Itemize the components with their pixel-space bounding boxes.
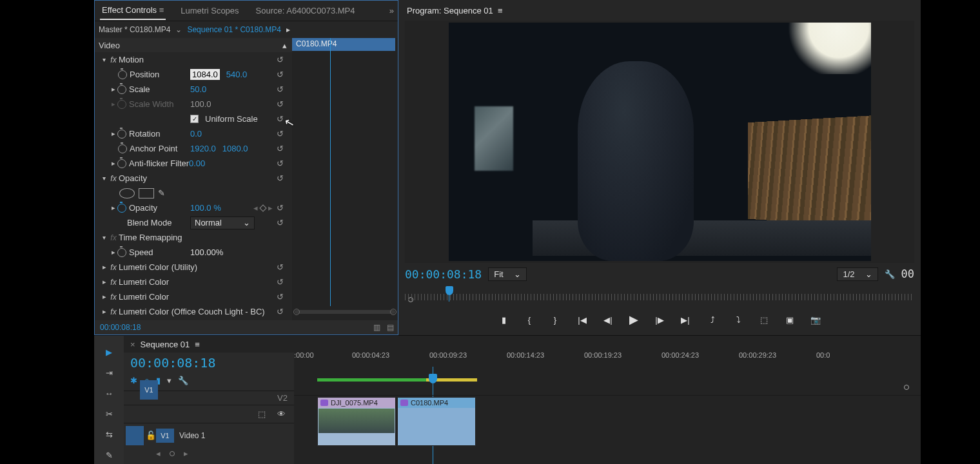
effect-lumetri-1[interactable]: ▸ fx Lumetri Color ↺ (95, 275, 292, 289)
twisty-icon[interactable]: ▾ (100, 56, 108, 63)
mark-out-button[interactable]: } (548, 313, 562, 327)
panel-menu-icon[interactable]: ≡ (159, 5, 164, 15)
snap-icon[interactable]: ✱ (130, 376, 137, 385)
stopwatch-icon[interactable] (117, 159, 126, 168)
selection-tool-icon[interactable]: ▶ (101, 345, 117, 359)
twisty-icon[interactable]: ▾ (100, 175, 108, 182)
reset-icon[interactable]: ↺ (277, 159, 288, 169)
footer-timecode[interactable]: 00:00:08:18 (100, 323, 141, 332)
effect-lumetri-office[interactable]: ▸ fx Lumetri Color (Office Couch Light -… (95, 304, 292, 319)
mark-in-button[interactable]: { (522, 313, 536, 327)
add-marker-button[interactable]: ▮ (496, 313, 511, 327)
wrench-icon[interactable]: 🔧 (885, 269, 895, 279)
timeline-tracks[interactable]: :00:00 00:00:04:23 00:00:09:23 00:00:14:… (294, 336, 921, 464)
export-frame-button[interactable]: ⬚ (757, 313, 771, 327)
play-icon[interactable]: ▸ (286, 25, 290, 34)
play-button[interactable]: ▶ (627, 313, 641, 327)
zoom-select[interactable]: Fit⌄ (488, 267, 526, 281)
fx-badge-icon[interactable]: fx (108, 293, 119, 302)
chevron-down-icon[interactable]: ⌄ (175, 25, 182, 34)
twisty-icon[interactable]: ▸ (100, 263, 108, 271)
slip-tool-icon[interactable]: ⇆ (101, 427, 117, 441)
camera-icon[interactable]: 📷 (808, 313, 823, 327)
blend-mode-select[interactable]: Normal ⌄ (190, 217, 255, 229)
effect-time-remap[interactable]: ▾ fx Time Remapping (95, 230, 292, 245)
reset-icon[interactable]: ↺ (277, 277, 288, 287)
zoom-handle[interactable] (904, 385, 909, 390)
fx-badge-icon[interactable]: fx (108, 263, 119, 272)
rotation-value[interactable]: 0.0 (190, 129, 202, 139)
position-y-value[interactable]: 540.0 (226, 70, 248, 79)
track-v1-header[interactable]: 🔓 V1 Video 1 (124, 423, 294, 447)
fx-badge-icon[interactable]: fx (108, 307, 119, 316)
stopwatch-icon[interactable] (118, 70, 127, 79)
comparison-button[interactable]: ▣ (783, 313, 797, 327)
stopwatch-icon[interactable] (117, 204, 126, 213)
tab-source[interactable]: Source: A6400C0073.MP4 (254, 2, 357, 19)
reset-icon[interactable]: ↺ (277, 307, 288, 317)
anchor-x-value[interactable]: 1920.0 (190, 144, 216, 153)
twisty-icon[interactable]: ▸ (100, 293, 108, 301)
toggle-icon[interactable]: ▥ (373, 323, 380, 332)
twisty-icon[interactable]: ▸ (100, 278, 108, 286)
toggle-icon[interactable]: ▤ (387, 323, 394, 332)
step-forward-button[interactable]: |▶ (652, 313, 667, 327)
stopwatch-icon[interactable] (117, 85, 126, 94)
master-clip-name[interactable]: Master * C0180.MP4 (99, 25, 170, 34)
settings-icon[interactable]: ▾ (167, 376, 172, 385)
mask-rect-icon[interactable] (139, 188, 154, 198)
twisty-icon[interactable]: ▸ (109, 130, 117, 138)
reset-icon[interactable]: ↺ (277, 173, 288, 184)
tab-program[interactable]: Program: Sequence 01 ≡ (405, 2, 505, 19)
next-kf-icon[interactable]: ▸ (184, 449, 188, 458)
toggle-sync-lock-icon[interactable]: ⬚ (258, 409, 270, 419)
mask-ellipse-icon[interactable] (119, 188, 135, 198)
go-to-out-button[interactable]: ▶| (678, 313, 692, 327)
position-x-input[interactable]: 1084.0 (190, 69, 220, 80)
program-ruler[interactable] (405, 286, 914, 304)
effect-lumetri-2[interactable]: ▸ fx Lumetri Color ↺ (95, 289, 292, 304)
ripple-tool-icon[interactable]: ↔ (101, 386, 117, 400)
fx-badge-icon[interactable]: fx (108, 55, 119, 64)
reset-icon[interactable]: ↺ (277, 292, 288, 302)
anchor-y-value[interactable]: 1080.0 (222, 144, 248, 153)
effects-playhead[interactable] (330, 38, 331, 306)
program-timecode[interactable]: 00:00:08:18 (405, 267, 482, 281)
sequence-tab[interactable]: × Sequence 01 ≡ (124, 336, 294, 353)
timeline-timecode[interactable]: 00:00:08:18 (124, 353, 294, 373)
effects-track-clip[interactable]: C0180.MP4 (292, 38, 395, 51)
toggle-track-output-icon[interactable]: 👁 (277, 409, 289, 419)
program-viewer[interactable] (405, 21, 914, 263)
reset-icon[interactable]: ↺ (277, 70, 288, 80)
work-area-bar[interactable] (317, 378, 477, 382)
effect-lumetri-utility[interactable]: ▸ fx Lumetri Color (Utility) ↺ (95, 260, 292, 275)
tab-lumetri-scopes[interactable]: Lumetri Scopes (179, 2, 240, 19)
fx-badge-icon[interactable]: fx (108, 174, 119, 183)
timeline-ruler[interactable]: :00:00 00:00:04:23 00:00:09:23 00:00:14:… (294, 351, 921, 374)
panel-menu-icon[interactable]: ≡ (195, 340, 200, 349)
twisty-icon[interactable]: ▸ (109, 248, 117, 256)
reset-icon[interactable]: ↺ (277, 218, 288, 228)
reset-icon[interactable]: ↺ (277, 203, 288, 213)
twisty-icon[interactable]: ▸ (109, 85, 117, 93)
source-patch-v1[interactable] (126, 426, 144, 445)
go-to-in-button[interactable]: |◀ (575, 313, 589, 327)
collapse-caret-icon[interactable]: ▴ (282, 41, 288, 50)
reset-icon[interactable]: ↺ (277, 99, 288, 110)
panel-menu-icon[interactable]: ≡ (498, 6, 503, 15)
fx-badge-icon[interactable]: fx (108, 278, 119, 287)
reset-icon[interactable]: ↺ (277, 262, 288, 273)
timeline-clip[interactable]: DJI_0075.MP4 (317, 397, 396, 446)
twisty-icon[interactable]: ▸ (109, 204, 117, 212)
antiflicker-value[interactable]: 0.00 (189, 159, 205, 168)
uniform-scale-checkbox[interactable]: ✓ (190, 115, 199, 123)
scale-value[interactable]: 50.0 (190, 84, 206, 94)
track-target-v1[interactable]: V1 (156, 429, 174, 443)
add-kf-icon[interactable] (170, 451, 175, 456)
track-select-tool-icon[interactable]: ⇥ (101, 365, 117, 380)
effects-zoom-scroll[interactable] (295, 310, 395, 314)
src-patch-label[interactable]: V1 (140, 380, 158, 400)
stopwatch-icon[interactable] (118, 144, 127, 153)
timeline-clip[interactable]: C0180.MP4 (397, 397, 476, 446)
lift-button[interactable]: ⤴ (705, 313, 720, 327)
